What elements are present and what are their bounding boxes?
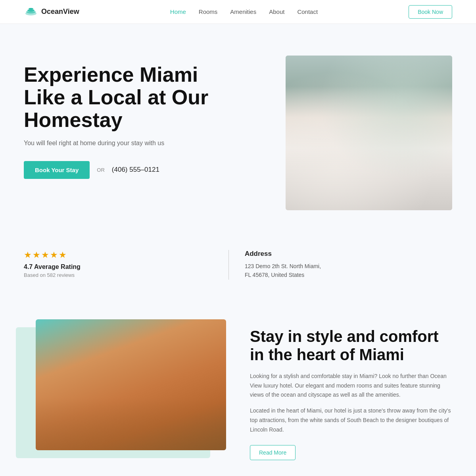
rating-block: ★★★★★ 4.7 Average Rating Based on 582 re… xyxy=(24,250,213,278)
middle-section: Stay in style and comfort in the heart o… xyxy=(0,303,476,476)
middle-image xyxy=(36,319,226,450)
address-block: Address 123 Demo 2th St. North Miami, FL… xyxy=(245,250,452,280)
svg-point-3 xyxy=(29,8,33,10)
stats-section: ★★★★★ 4.7 Average Rating Based on 582 re… xyxy=(0,234,476,303)
star-rating: ★★★★★ xyxy=(24,250,197,260)
nav-home[interactable]: Home xyxy=(170,8,186,15)
logo-icon xyxy=(24,5,38,19)
hero-left: Experience Miami Like a Local at Our Hom… xyxy=(24,56,214,179)
address-title: Address xyxy=(245,250,452,258)
address-line2: FL 45678, United States xyxy=(245,272,304,278)
logo-text: OceanView xyxy=(41,8,79,16)
hero-title: Experience Miami Like a Local at Our Hom… xyxy=(24,63,214,132)
middle-para2: Located in the heart of Miami, our hotel… xyxy=(250,406,452,434)
nav-about[interactable]: About xyxy=(269,8,284,15)
book-stay-button[interactable]: Book Your Stay xyxy=(24,161,90,179)
nav-contact[interactable]: Contact xyxy=(297,8,318,15)
nav-links: Home Rooms Amenities About Contact xyxy=(170,8,318,15)
hero-subtitle: You will feel right at home during your … xyxy=(24,140,214,147)
address-text: 123 Demo 2th St. North Miami, FL 45678, … xyxy=(245,262,452,280)
hero-or-label: OR xyxy=(97,167,105,173)
reviews-label: Based on 582 reviews xyxy=(24,272,197,278)
stats-divider xyxy=(228,250,229,280)
nav-amenities[interactable]: Amenities xyxy=(230,8,256,15)
address-line1: 123 Demo 2th St. North Miami, xyxy=(245,263,321,269)
middle-para1: Looking for a stylish and comfortable st… xyxy=(250,372,452,400)
hero-right xyxy=(286,56,452,210)
middle-image-wrapper xyxy=(24,319,226,450)
middle-right: Stay in style and comfort in the heart o… xyxy=(250,303,476,462)
read-more-button[interactable]: Read More xyxy=(250,445,296,460)
rating-label: 4.7 Average Rating xyxy=(24,263,197,271)
middle-title: Stay in style and comfort in the heart o… xyxy=(250,327,452,364)
nav-rooms[interactable]: Rooms xyxy=(199,8,218,15)
middle-left xyxy=(24,303,226,462)
hero-phone: (406) 555–0121 xyxy=(112,166,159,174)
hero-image xyxy=(286,56,452,210)
hero-section: Experience Miami Like a Local at Our Hom… xyxy=(0,24,476,234)
hero-actions: Book Your Stay OR (406) 555–0121 xyxy=(24,161,214,179)
logo[interactable]: OceanView xyxy=(24,5,79,19)
building-image xyxy=(36,319,226,450)
book-now-button[interactable]: Book Now xyxy=(409,5,452,19)
navbar: OceanView Home Rooms Amenities About Con… xyxy=(0,0,476,24)
